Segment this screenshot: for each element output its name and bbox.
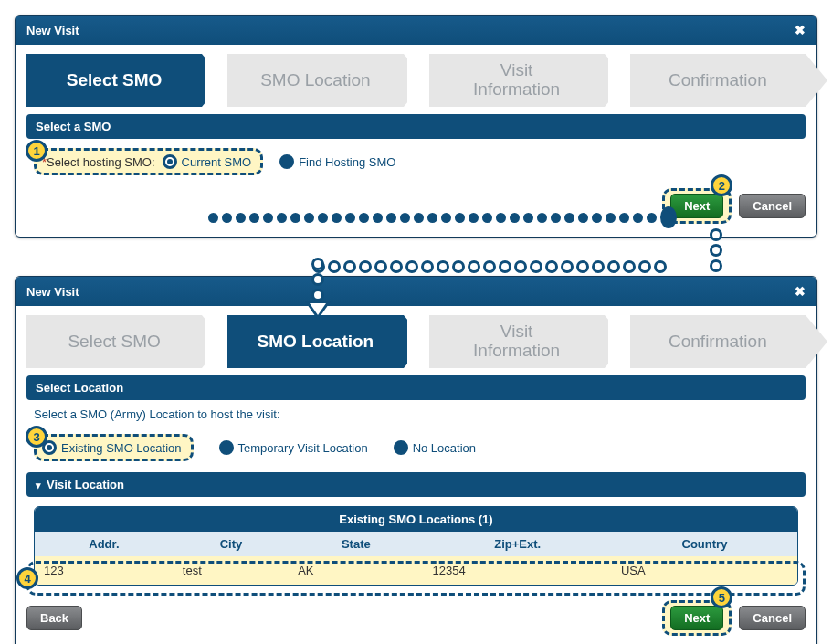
- close-icon[interactable]: ✖: [795, 284, 806, 299]
- dialog-title: New Visit: [26, 285, 79, 299]
- step-visit-information: VisitInformation: [429, 315, 605, 368]
- radio-icon: [219, 440, 234, 455]
- step-smo-location: SMO Location: [227, 315, 403, 368]
- existing-locations-table: Existing SMO Locations (1) Addr. City St…: [34, 506, 798, 586]
- dialog-new-visit-step1: New Visit ✖ Select SMO SMO Location Visi…: [15, 15, 817, 238]
- arrow-right-icon: [660, 206, 677, 228]
- dialog-titlebar: New Visit ✖: [16, 277, 816, 306]
- table-header-row: Addr. City State Zip+Ext. Country: [35, 532, 797, 556]
- cell-state: AK: [289, 556, 423, 585]
- col-state[interactable]: State: [289, 532, 423, 556]
- instruction-text: Select a SMO (Army) Location to host the…: [26, 400, 806, 425]
- col-addr[interactable]: Addr.: [35, 532, 174, 556]
- step-confirmation: Confirmation: [630, 54, 806, 107]
- step-confirmation: Confirmation: [630, 315, 806, 368]
- dialog-title: New Visit: [26, 24, 79, 37]
- step-select-smo: Select SMO: [26, 315, 202, 368]
- field-label: *Select hosting SMO:: [42, 155, 155, 169]
- step-visit-information: VisitInformation: [429, 54, 605, 107]
- back-button[interactable]: Back: [26, 606, 82, 630]
- cell-city: test: [174, 556, 289, 585]
- callout-badge-3: 3: [26, 426, 47, 448]
- connector-rings-vertical: [707, 228, 725, 272]
- radio-find-hosting-smo[interactable]: Find Hosting SMO: [279, 154, 395, 169]
- connector-rings-vertical-2: [309, 258, 327, 301]
- callout-badge-1: 1: [26, 140, 47, 162]
- connector-dots-horizontal: [208, 210, 683, 225]
- connector-rings-horizontal: [312, 258, 667, 276]
- close-icon[interactable]: ✖: [795, 23, 806, 37]
- radio-temporary-visit-location[interactable]: Temporary Visit Location: [219, 440, 368, 455]
- cell-country: USA: [612, 556, 797, 585]
- step-smo-location: SMO Location: [227, 54, 403, 107]
- cancel-button[interactable]: Cancel: [739, 194, 806, 218]
- col-zip[interactable]: Zip+Ext.: [424, 532, 612, 556]
- cell-zip: 12354: [424, 556, 612, 585]
- callout-3: 3 Existing SMO Location: [34, 434, 194, 461]
- radio-icon: [163, 154, 177, 169]
- table-row[interactable]: 123 test AK 12354 USA: [35, 556, 797, 585]
- radio-icon: [394, 440, 408, 455]
- radio-existing-smo-location[interactable]: Existing SMO Location: [42, 440, 182, 455]
- section-select-smo: Select a SMO: [26, 114, 806, 139]
- step-select-smo: Select SMO: [26, 54, 202, 107]
- next-button[interactable]: Next: [670, 606, 723, 630]
- callout-1: 1 *Select hosting SMO: Current SMO: [34, 148, 263, 175]
- callout-badge-5: 5: [711, 586, 732, 608]
- section-visit-location[interactable]: Visit Location: [26, 472, 806, 497]
- section-select-location: Select Location: [26, 375, 806, 400]
- arrow-down-icon: [305, 301, 331, 320]
- callout-5: 5 Next: [662, 600, 732, 636]
- cancel-button[interactable]: Cancel: [739, 606, 806, 630]
- col-city[interactable]: City: [174, 532, 289, 556]
- wizard-steps: Select SMO SMO Location VisitInformation…: [26, 54, 806, 107]
- wizard-steps: Select SMO SMO Location VisitInformation…: [26, 315, 806, 368]
- dialog-titlebar: New Visit ✖: [16, 16, 816, 45]
- cell-addr: 123: [35, 556, 174, 585]
- dialog-new-visit-step2: New Visit ✖ Select SMO SMO Location Visi…: [15, 276, 817, 644]
- callout-badge-2: 2: [711, 174, 732, 196]
- radio-icon: [279, 154, 294, 169]
- radio-current-smo[interactable]: Current SMO: [163, 154, 252, 169]
- table-title: Existing SMO Locations (1): [35, 507, 797, 532]
- col-country[interactable]: Country: [612, 532, 797, 556]
- radio-no-location[interactable]: No Location: [394, 440, 476, 455]
